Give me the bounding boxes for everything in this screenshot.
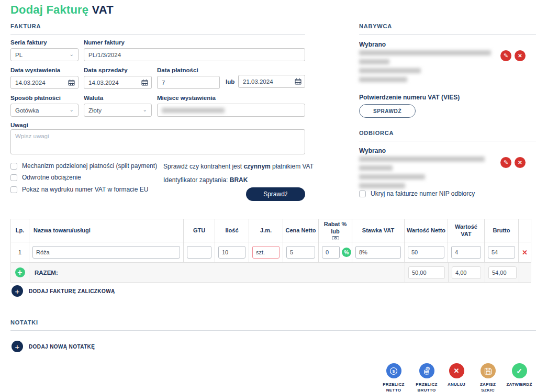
- item-name-input[interactable]: [32, 246, 180, 259]
- checkbox-row-hide-nip[interactable]: Ukryj na fakturze numer NIP odbiorcy: [359, 190, 475, 197]
- odbiorca-edit-button[interactable]: ✎: [500, 157, 511, 168]
- percent-toggle-icon[interactable]: %: [342, 248, 351, 257]
- data-sprzedazy-value: 14.03.2024: [88, 80, 119, 86]
- redacted-place-value: [162, 108, 225, 113]
- add-item-cell: +: [11, 263, 29, 282]
- numer-faktury-input[interactable]: [84, 48, 305, 61]
- page-title: Dodaj Fakturę VAT: [10, 3, 114, 17]
- totals-vat-cell: [448, 263, 485, 282]
- calendar-icon[interactable]: [68, 79, 75, 87]
- check-icon[interactable]: ✓: [512, 363, 527, 378]
- svg-text:$: $: [427, 367, 428, 370]
- miejsce-wystawienia-input[interactable]: [157, 104, 305, 117]
- odbiorca-remove-button[interactable]: ✕: [515, 157, 526, 168]
- calendar-icon[interactable]: [295, 78, 302, 86]
- vat-check-line1-suffix: płatnikiem VAT: [271, 163, 314, 170]
- table-row-wartosc-vat: [448, 242, 485, 263]
- checkbox-split-payment[interactable]: [10, 163, 17, 170]
- uwagi-textarea[interactable]: [10, 129, 305, 154]
- numer-faktury-label: Numer faktury: [84, 39, 305, 46]
- table-row-nazwa: [29, 242, 184, 263]
- item-gtu-input[interactable]: [187, 246, 211, 259]
- item-unit-input[interactable]: [252, 246, 280, 259]
- row-number: 1: [14, 249, 26, 255]
- plus-icon: +: [12, 341, 23, 352]
- add-advance-invoice-button[interactable]: + DODAJ FAKTURĘ ZALICZKOWĄ: [12, 285, 115, 297]
- item-vat-value-input[interactable]: [451, 246, 481, 259]
- chevron-down-icon: ⌄: [70, 107, 74, 113]
- calendar-icon[interactable]: [141, 79, 148, 87]
- coin-icon[interactable]: $: [386, 363, 401, 378]
- checkbox-row-eu-vat[interactable]: Pokaż na wydruku numer VAT w formacie EU: [10, 186, 148, 193]
- anuluj-button[interactable]: ✕ ANULUJ: [443, 363, 470, 388]
- redacted-text: [359, 50, 491, 55]
- sposob-platnosci-label: Sposób płatności: [10, 95, 79, 101]
- add-note-label: DODAJ NOWĄ NOTATKĘ: [29, 344, 95, 350]
- zatwierdz-label: ZATWIERDŹ: [506, 382, 532, 388]
- odbiorca-selected-label: Wybrano: [359, 147, 386, 154]
- item-gross-value-input[interactable]: [488, 246, 515, 259]
- chevron-down-icon: ⌄: [70, 51, 74, 57]
- przelicz-netto-button[interactable]: $ PRZELICZ NETTO: [378, 363, 409, 392]
- waluta-select[interactable]: Złoty ⌄: [84, 104, 152, 117]
- delete-row-icon[interactable]: ✕: [519, 249, 531, 256]
- page-title-suffix: VAT: [92, 3, 114, 16]
- checkbox-hide-nip[interactable]: [359, 191, 366, 197]
- zapisz-szkic-label: ZAPISZ SZKIC: [474, 382, 502, 392]
- data-wystawienia-input[interactable]: 14.03.2024: [10, 76, 79, 89]
- totals-vat-input[interactable]: [452, 266, 481, 279]
- przelicz-netto-label: PRZELICZ NETTO: [378, 382, 409, 392]
- vies-sprawdz-button[interactable]: SPRAWDŹ: [359, 104, 416, 118]
- coin-stack-icon[interactable]: $: [419, 363, 434, 378]
- chevron-down-icon: ⌄: [143, 107, 147, 113]
- odbiorca-company-details: [359, 156, 485, 188]
- item-quantity-input[interactable]: [218, 246, 245, 259]
- data-platnosci-date-input[interactable]: 21.03.2024: [238, 75, 305, 88]
- nabywca-company-details: [359, 50, 491, 82]
- checkbox-reverse-charge[interactable]: [10, 174, 17, 181]
- col-header-stawka-vat: Stawka VAT: [352, 219, 405, 242]
- checkbox-eu-vat[interactable]: [10, 186, 17, 193]
- zapisz-szkic-button[interactable]: ZAPISZ SZKIC: [474, 363, 502, 392]
- redacted-text: [359, 59, 389, 64]
- add-item-button[interactable]: +: [15, 267, 25, 277]
- col-header-wartosc-netto: Wartość Netto: [405, 219, 448, 242]
- nabywca-remove-button[interactable]: ✕: [515, 50, 526, 61]
- add-advance-invoice-label: DODAJ FAKTURĘ ZALICZKOWĄ: [29, 288, 115, 294]
- przelicz-brutto-button[interactable]: $ PRZELICZ BRUTTO: [411, 363, 442, 392]
- add-note-button[interactable]: + DODAJ NOWĄ NOTATKĘ: [12, 341, 95, 352]
- sprawdz-button[interactable]: Sprawdź: [246, 187, 305, 201]
- item-net-value-input[interactable]: [408, 246, 444, 259]
- redacted-text: [359, 165, 393, 171]
- checkbox-row-split-payment[interactable]: Mechanizm podzielonej płatności (split p…: [10, 162, 157, 170]
- sposob-platnosci-value: Gotówka: [15, 107, 39, 114]
- checkbox-hide-nip-label: Ukryj na fakturze numer NIP odbiorcy: [371, 190, 475, 197]
- checkbox-row-reverse-charge[interactable]: Odwrotne obciążenie: [10, 174, 81, 181]
- data-platnosci-date-value: 21.03.2024: [243, 79, 273, 85]
- page-title-accent: Dodaj Fakturę: [10, 3, 88, 16]
- floppy-icon[interactable]: [481, 363, 496, 378]
- table-row-lp: 1: [11, 242, 29, 263]
- table-row-wartosc-netto: [405, 242, 448, 263]
- totals-net-input[interactable]: [408, 266, 445, 279]
- data-platnosci-days-input[interactable]: [157, 76, 220, 89]
- nabywca-edit-button[interactable]: ✎: [500, 50, 511, 61]
- zatwierdz-button[interactable]: ✓ ZATWIERDŹ: [502, 363, 536, 388]
- data-sprzedazy-label: Data sprzedaży: [84, 67, 152, 73]
- pencil-icon: ✎: [504, 159, 508, 166]
- totals-gross-input[interactable]: [488, 266, 517, 279]
- data-platnosci-label: Data płatności: [157, 67, 220, 73]
- close-icon[interactable]: ✕: [449, 363, 464, 378]
- data-sprzedazy-input[interactable]: 14.03.2024: [84, 76, 152, 89]
- col-header-brutto: Brutto: [485, 219, 519, 242]
- redacted-text: [359, 174, 425, 180]
- table-row-jm: [249, 242, 283, 263]
- col-header-actions: [519, 219, 531, 242]
- item-vat-rate-input[interactable]: [355, 246, 401, 259]
- item-discount-input[interactable]: [322, 246, 340, 259]
- seria-faktury-select[interactable]: PL ⌄: [10, 48, 79, 61]
- item-net-price-input[interactable]: [286, 246, 315, 259]
- sposob-platnosci-select[interactable]: Gotówka ⌄: [10, 104, 79, 117]
- col-header-lp: Lp.: [11, 219, 29, 242]
- odbiorca-section-header: ODBIORCA: [359, 130, 536, 141]
